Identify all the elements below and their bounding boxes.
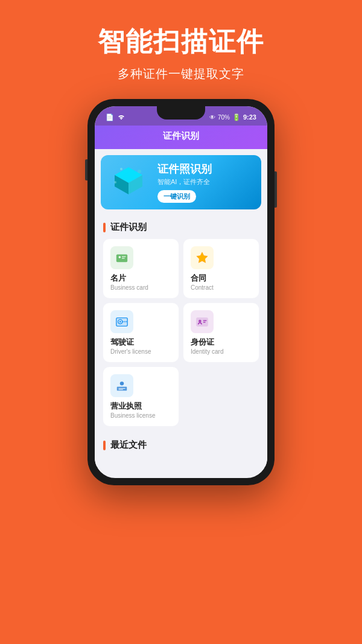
cert-section-header: 证件识别 — [95, 215, 267, 237]
svg-point-13 — [119, 321, 121, 323]
recent-section-title: 最近文件 — [110, 439, 147, 451]
item-drivers-license[interactable]: 驾驶证 Driver's license — [103, 303, 179, 362]
item-business-card[interactable]: 名片 Business card — [103, 239, 179, 298]
item-business-license[interactable]: 营业执照 Business license — [103, 367, 179, 426]
contract-icon-box — [191, 246, 214, 269]
battery-text: 70% — [218, 114, 230, 121]
svg-rect-16 — [197, 318, 208, 327]
svg-point-20 — [120, 381, 124, 385]
header: 智能扫描证件 多种证件一键提取文字 — [0, 0, 362, 82]
app-bar-title: 证件识别 — [163, 130, 199, 141]
business-license-icon-box — [110, 374, 133, 397]
app-bar: 证件识别 — [95, 126, 267, 149]
item-contract[interactable]: 合同 Contract — [183, 239, 259, 298]
phone-frame: 📄 👁 70% 🔋 9:23 — [87, 99, 275, 485]
phone-notch — [157, 106, 205, 120]
wifi-icon — [118, 113, 125, 121]
item-identity-card[interactable]: 身份证 Identity card — [183, 303, 259, 362]
recent-empty-state — [95, 454, 267, 467]
sub-title: 多种证件一键提取文字 — [0, 66, 362, 82]
svg-point-4 — [138, 170, 141, 173]
contract-sub: Contract — [191, 284, 214, 291]
business-license-name: 营业执照 — [110, 401, 142, 412]
identity-card-icon-box — [191, 310, 214, 333]
banner-text: 证件照识别 智能AI，证件齐全 一键识别 — [151, 162, 253, 203]
banner-title: 证件照识别 — [157, 162, 253, 176]
drivers-license-name: 驾驶证 — [110, 337, 134, 348]
status-right: 👁 70% 🔋 9:23 — [209, 113, 256, 121]
time-display: 9:23 — [243, 113, 256, 121]
banner-subtitle: 智能AI，证件齐全 — [157, 177, 253, 187]
business-card-icon-box — [110, 246, 133, 269]
scroll-content[interactable]: 证件照识别 智能AI，证件齐全 一键识别 证件识别 — [95, 149, 267, 467]
battery-icon: 🔋 — [232, 113, 241, 121]
svg-point-3 — [120, 168, 122, 170]
business-card-name: 名片 — [110, 273, 126, 284]
drivers-license-icon-box — [110, 310, 133, 333]
contract-name: 合同 — [191, 273, 206, 284]
section-bar-accent — [103, 223, 106, 232]
banner[interactable]: 证件照识别 智能AI，证件齐全 一键识别 — [101, 155, 261, 209]
banner-icon — [109, 164, 151, 200]
cert-items-grid: 名片 Business card 合同 Contract — [95, 237, 267, 429]
svg-point-5 — [114, 181, 116, 183]
identity-card-sub: Identity card — [191, 348, 223, 355]
eye-icon: 👁 — [209, 114, 215, 121]
svg-marker-10 — [197, 252, 208, 263]
cert-section-title: 证件识别 — [110, 222, 147, 233]
document-icon: 📄 — [106, 113, 114, 121]
svg-point-7 — [119, 256, 121, 258]
main-title: 智能扫描证件 — [0, 24, 362, 60]
phone-wrapper: 📄 👁 70% 🔋 9:23 — [0, 99, 362, 485]
recent-section-bar-accent — [103, 441, 106, 450]
banner-button[interactable]: 一键识别 — [157, 190, 196, 203]
svg-point-17 — [198, 320, 202, 323]
status-left: 📄 — [106, 113, 125, 121]
drivers-license-sub: Driver's license — [110, 348, 151, 355]
page-wrapper: 智能扫描证件 多种证件一键提取文字 📄 — [0, 0, 362, 485]
phone-screen: 📄 👁 70% 🔋 9:23 — [95, 106, 267, 478]
business-license-sub: Business license — [110, 412, 155, 419]
business-card-sub: Business card — [110, 284, 148, 291]
recent-section-header: 最近文件 — [95, 433, 267, 454]
identity-card-name: 身份证 — [191, 337, 214, 348]
